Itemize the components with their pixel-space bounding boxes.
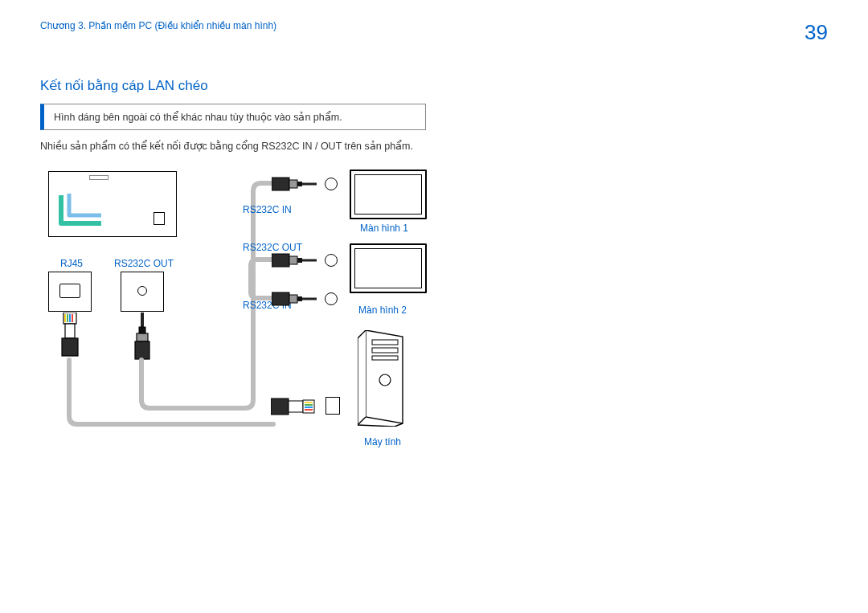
monitor-2-icon <box>350 243 427 293</box>
svg-rect-24 <box>289 401 303 412</box>
rj45-end-plug-icon <box>271 396 321 419</box>
rs232c-in-label-1: RS232C IN <box>243 204 292 215</box>
svg-rect-26 <box>305 402 313 403</box>
svg-rect-23 <box>271 398 289 415</box>
svg-rect-11 <box>272 178 289 190</box>
section-description: Nhiều sản phẩm có thể kết nối được bằng … <box>40 140 828 152</box>
jack-plug-row-3 <box>272 290 338 308</box>
connection-diagram: RJ45 RS232C OUT <box>40 163 603 501</box>
svg-rect-21 <box>297 296 302 301</box>
svg-rect-18 <box>302 260 317 262</box>
jack-plug-row-2 <box>272 251 338 269</box>
computer-tower-icon <box>358 330 406 427</box>
monitor-2-label: Màn hình 2 <box>358 304 407 316</box>
monitor-1-icon <box>350 170 427 219</box>
section-title: Kết nối bằng cáp LAN chéo <box>40 77 828 94</box>
jack-plug-row-1 <box>272 175 338 193</box>
svg-rect-12 <box>289 180 297 188</box>
monitor-1-label: Màn hình 1 <box>360 223 408 234</box>
svg-rect-15 <box>272 254 289 267</box>
note-box: Hình dáng bên ngoài có thể khác nhau tùy… <box>40 104 426 130</box>
svg-rect-19 <box>272 292 289 305</box>
svg-rect-27 <box>305 404 313 406</box>
svg-rect-17 <box>297 258 302 263</box>
svg-rect-20 <box>289 295 297 303</box>
svg-rect-29 <box>305 409 313 411</box>
chapter-title: Chương 3. Phần mềm PC (Điều khiển nhiều … <box>40 20 276 31</box>
computer-label: Máy tính <box>364 436 401 447</box>
svg-rect-14 <box>302 183 317 186</box>
svg-rect-13 <box>297 182 302 186</box>
svg-rect-16 <box>289 256 297 264</box>
rj45-end-port-icon <box>326 397 340 415</box>
svg-rect-22 <box>302 298 317 300</box>
svg-rect-28 <box>305 407 313 408</box>
page-number: 39 <box>805 20 828 45</box>
